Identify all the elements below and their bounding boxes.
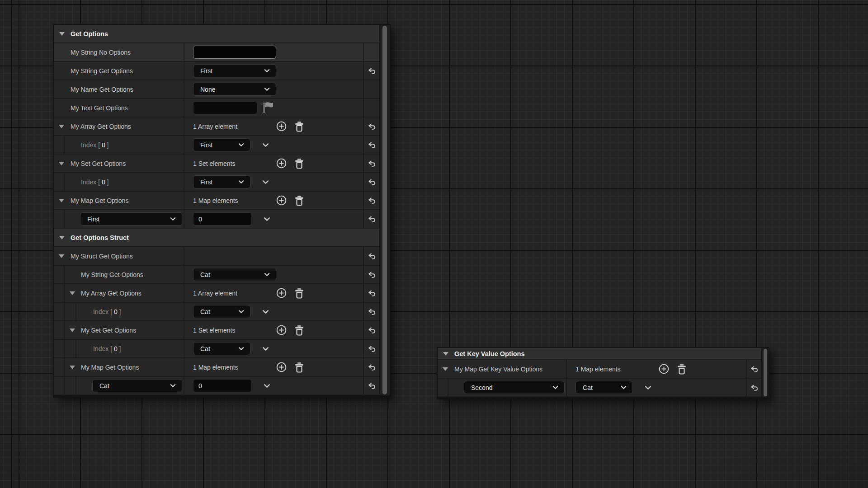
expander-arrow-icon[interactable] [70, 328, 75, 332]
expander-arrow-icon[interactable] [443, 367, 448, 371]
dropdown[interactable]: None [193, 83, 276, 96]
revert-button[interactable] [368, 216, 376, 223]
revert-button[interactable] [368, 253, 376, 260]
indent-guide [75, 377, 76, 394]
dropdown[interactable]: First [193, 64, 276, 77]
element-options-chevron[interactable] [262, 143, 269, 147]
expander-arrow-icon[interactable] [70, 366, 75, 369]
elements-count-label: 1 Array element [193, 290, 237, 297]
property-label: My Array Get Options [71, 123, 131, 130]
number-value: 0 [198, 216, 202, 223]
revert-button[interactable] [368, 160, 376, 167]
container-element-buttons [276, 121, 304, 132]
property-value-cell: Cat [567, 379, 747, 396]
revert-button[interactable] [368, 290, 376, 297]
revert-button[interactable] [368, 327, 376, 334]
add-element-button[interactable] [276, 288, 287, 298]
revert-cell [364, 117, 379, 135]
dropdown[interactable]: Cat [193, 268, 276, 281]
revert-button[interactable] [368, 197, 376, 204]
text-input[interactable] [193, 46, 276, 59]
delete-elements-button[interactable] [294, 158, 304, 169]
dropdown[interactable]: First [193, 175, 250, 188]
revert-button[interactable] [368, 364, 376, 371]
dropdown[interactable]: Cat [193, 305, 250, 318]
revert-button[interactable] [368, 123, 376, 130]
delete-elements-button[interactable] [294, 361, 304, 373]
expander-arrow-icon[interactable] [59, 32, 65, 36]
property-row: SecondCat [438, 379, 761, 397]
revert-button[interactable] [368, 345, 376, 352]
add-element-button[interactable] [276, 325, 287, 335]
property-value-cell: 1 Set elements [184, 155, 364, 172]
scrollbar-track[interactable] [379, 25, 390, 395]
add-element-button[interactable] [276, 158, 287, 169]
add-element-button[interactable] [276, 362, 287, 372]
revert-cell [364, 340, 379, 357]
add-element-button[interactable] [659, 364, 669, 374]
text-localization-flag-icon[interactable] [263, 102, 274, 114]
dropdown[interactable]: Cat [576, 381, 633, 394]
dropdown-value: First [200, 67, 212, 75]
dropdown-value: Cat [99, 382, 109, 389]
number-input[interactable]: 0 [193, 379, 252, 392]
revert-button[interactable] [750, 384, 758, 391]
chevron-down-icon [621, 385, 627, 389]
number-input[interactable]: 0 [193, 212, 252, 225]
map-key-dropdown[interactable]: First [80, 212, 182, 225]
delete-elements-button[interactable] [294, 121, 304, 132]
revert-button[interactable] [368, 67, 376, 75]
element-options-chevron[interactable] [262, 310, 269, 314]
blueprint-graph-canvas[interactable]: Get OptionsMy String No OptionsMy String… [0, 0, 868, 488]
expander-arrow-icon[interactable] [59, 254, 64, 258]
property-value-cell: 1 Set elements [184, 321, 364, 339]
property-row: My Name Get OptionsNone [54, 80, 379, 99]
indent-guide [64, 210, 65, 228]
dropdown[interactable]: Cat [193, 342, 250, 355]
property-label: My String No Options [71, 49, 131, 56]
property-label-cell: My String No Options [54, 43, 184, 61]
dropdown[interactable]: First [193, 138, 250, 151]
property-row: My String No Options [54, 43, 379, 62]
elements-count-label: 1 Set elements [193, 160, 235, 167]
expander-arrow-icon[interactable] [70, 291, 75, 295]
map-key-dropdown[interactable]: Cat [92, 379, 182, 392]
chevron-down-icon [552, 385, 558, 389]
element-options-chevron[interactable] [264, 384, 270, 388]
expander-arrow-icon[interactable] [59, 125, 64, 128]
revert-button[interactable] [750, 366, 758, 373]
revert-button[interactable] [368, 141, 376, 149]
property-value-cell: Cat [184, 266, 364, 283]
scrollbar-track[interactable] [761, 348, 769, 397]
revert-cell [364, 247, 379, 265]
scrollbar-thumb[interactable] [764, 349, 767, 396]
expander-arrow-icon[interactable] [59, 199, 64, 202]
revert-button[interactable] [368, 308, 376, 315]
revert-button[interactable] [368, 271, 376, 278]
property-value-cell: 1 Map elements [567, 360, 747, 378]
delete-elements-button[interactable] [294, 287, 304, 299]
add-element-button[interactable] [276, 195, 287, 206]
element-options-chevron[interactable] [645, 385, 651, 390]
add-element-button[interactable] [276, 121, 287, 131]
property-label-cell: My Array Get Options [54, 117, 184, 135]
property-label-cell: Index [ 0 ] [54, 136, 184, 154]
delete-elements-button[interactable] [677, 363, 687, 375]
expander-arrow-icon[interactable] [59, 236, 65, 239]
element-options-chevron[interactable] [262, 347, 269, 351]
text-input[interactable] [193, 101, 257, 114]
expander-arrow-icon[interactable] [443, 352, 448, 356]
element-options-chevron[interactable] [264, 217, 270, 221]
property-label-cell: My Array Get Options [54, 284, 184, 302]
delete-elements-button[interactable] [294, 324, 304, 336]
property-rows: Get Key Value OptionsMy Map Get Key Valu… [438, 348, 761, 397]
map-key-dropdown[interactable]: Second [464, 381, 565, 394]
revert-button[interactable] [368, 382, 376, 389]
index-label: Index [ 0 ] [81, 178, 109, 186]
expander-arrow-icon[interactable] [59, 162, 64, 165]
delete-elements-button[interactable] [294, 195, 304, 206]
element-options-chevron[interactable] [262, 180, 269, 184]
scrollbar-thumb[interactable] [382, 26, 387, 394]
property-row: My Map Get Options1 Map elements [54, 192, 379, 210]
revert-button[interactable] [368, 178, 376, 186]
